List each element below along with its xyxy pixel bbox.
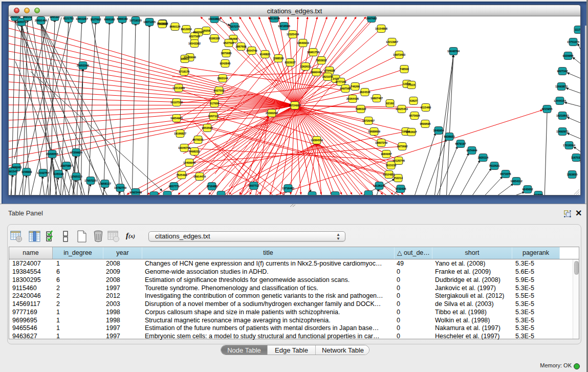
svg-text:19958137: 19958137: [99, 182, 111, 185]
svg-text:9699695: 9699695: [420, 122, 431, 125]
svg-text:16671355: 16671355: [143, 20, 156, 24]
svg-text:36058: 36058: [203, 29, 210, 32]
svg-text:19654983: 19654983: [170, 117, 183, 120]
svg-text:9327503: 9327503: [189, 35, 200, 38]
svg-text:16154808: 16154808: [375, 27, 387, 30]
svg-text:20364436: 20364436: [346, 97, 359, 100]
svg-text:12093872: 12093872: [555, 85, 568, 88]
svg-text:6466160: 6466160: [104, 18, 115, 21]
svg-text:2687682: 2687682: [366, 17, 377, 20]
svg-text:19166827: 19166827: [174, 132, 186, 135]
svg-text:8990443: 8990443: [311, 71, 322, 74]
svg-text:8678335: 8678335: [193, 138, 204, 141]
svg-text:20206556: 20206556: [46, 152, 58, 156]
svg-text:12213389: 12213389: [172, 86, 185, 90]
svg-text:8186328: 8186328: [209, 37, 220, 40]
svg-text:12444154: 12444154: [554, 99, 566, 102]
svg-text:1975692: 1975692: [397, 145, 408, 148]
svg-text:2718176: 2718176: [179, 70, 190, 73]
svg-text:7357274: 7357274: [229, 25, 240, 28]
svg-text:1733426: 1733426: [396, 187, 406, 190]
svg-text:15716485: 15716485: [282, 187, 294, 190]
svg-text:9463627: 9463627: [406, 130, 417, 134]
svg-text:19218506: 19218506: [278, 25, 290, 28]
svg-text:16782759: 16782759: [114, 186, 126, 189]
svg-text:8215955: 8215955: [542, 107, 553, 111]
svg-text:6679197: 6679197: [455, 142, 466, 145]
svg-text:62160: 62160: [386, 102, 394, 105]
svg-text:12505115: 12505115: [70, 175, 82, 178]
svg-text:869152: 869152: [23, 16, 32, 18]
svg-text:16648784: 16648784: [447, 50, 460, 53]
svg-text:748500: 748500: [400, 68, 409, 71]
svg-text:746266: 746266: [351, 85, 360, 88]
svg-text:12342757: 12342757: [37, 171, 49, 174]
svg-text:2935114: 2935114: [478, 156, 489, 159]
svg-text:53627: 53627: [410, 99, 418, 102]
svg-text:8660124: 8660124: [170, 25, 181, 28]
svg-text:12213967: 12213967: [386, 40, 398, 43]
svg-text:10654112: 10654112: [510, 180, 522, 183]
svg-text:6466160: 6466160: [117, 17, 128, 20]
svg-text:9653594: 9653594: [202, 126, 213, 129]
svg-text:1145194: 1145194: [53, 172, 64, 176]
svg-text:9115460: 9115460: [421, 106, 431, 109]
svg-text:7625402: 7625402: [177, 173, 187, 177]
svg-text:8322037: 8322037: [285, 61, 296, 64]
svg-text:10688609: 10688609: [368, 130, 380, 133]
svg-text:16543382: 16543382: [188, 42, 201, 45]
svg-text:25300293: 25300293: [266, 112, 278, 115]
svg-text:9084067: 9084067: [381, 152, 392, 156]
svg-text:391547: 391547: [9, 170, 17, 173]
svg-text:12923448: 12923448: [129, 191, 142, 194]
svg-text:8454749: 8454749: [247, 49, 257, 52]
svg-text:8471676: 8471676: [500, 172, 511, 176]
svg-text:252214: 252214: [394, 177, 403, 180]
svg-text:9242845: 9242845: [220, 62, 231, 65]
svg-text:16033809: 16033809: [208, 17, 221, 20]
svg-text:75468: 75468: [230, 37, 237, 40]
svg-text:15692971: 15692971: [556, 130, 569, 133]
svg-text:17016504: 17016504: [563, 144, 575, 147]
svg-text:1527602: 1527602: [91, 18, 101, 21]
svg-text:14055712: 14055712: [15, 20, 28, 24]
svg-text:9245652: 9245652: [522, 188, 533, 191]
svg-text:6497568: 6497568: [340, 87, 351, 90]
svg-text:9657771: 9657771: [169, 185, 180, 188]
svg-text:10107552: 10107552: [170, 101, 183, 104]
svg-text:3267113: 3267113: [208, 115, 219, 118]
svg-text:2435061: 2435061: [11, 166, 22, 169]
svg-text:7955812: 7955812: [316, 59, 327, 62]
svg-text:75115: 75115: [408, 83, 416, 86]
svg-text:98901: 98901: [181, 57, 189, 60]
svg-text:13524851: 13524851: [383, 173, 395, 176]
svg-text:2803144: 2803144: [217, 77, 228, 80]
svg-text:10025453: 10025453: [396, 107, 408, 111]
svg-text:15751074: 15751074: [567, 40, 579, 43]
svg-text:9575604: 9575604: [409, 114, 420, 117]
svg-text:6794028: 6794028: [324, 69, 335, 72]
svg-text:18720407: 18720407: [362, 119, 375, 122]
svg-text:23975867: 23975867: [60, 164, 73, 167]
svg-text:1203655: 1203655: [567, 173, 578, 176]
svg-text:10973493: 10973493: [393, 53, 405, 56]
svg-text:16961758: 16961758: [307, 51, 319, 54]
svg-text:19384554: 19384554: [311, 139, 323, 142]
svg-text:17957225: 17957225: [84, 179, 97, 182]
svg-text:317006: 317006: [210, 102, 219, 105]
svg-text:10653267: 10653267: [76, 17, 88, 20]
svg-text:924565: 924565: [534, 193, 543, 195]
svg-text:9498222: 9498222: [189, 150, 200, 153]
svg-text:9329966: 9329966: [563, 54, 574, 57]
svg-text:17359924: 17359924: [70, 151, 82, 154]
svg-text:8938923: 8938923: [444, 135, 455, 138]
svg-text:7663822: 7663822: [157, 23, 168, 26]
svg-text:7986322: 7986322: [356, 107, 366, 111]
svg-text:8121751: 8121751: [63, 17, 74, 20]
svg-text:8912954: 8912954: [181, 28, 192, 31]
svg-text:7632621: 7632621: [489, 164, 500, 167]
svg-text:10120746: 10120746: [393, 159, 405, 162]
svg-text:1362615: 1362615: [300, 65, 311, 68]
svg-text:15409948: 15409948: [183, 161, 195, 164]
svg-text:9777169: 9777169: [336, 80, 346, 83]
